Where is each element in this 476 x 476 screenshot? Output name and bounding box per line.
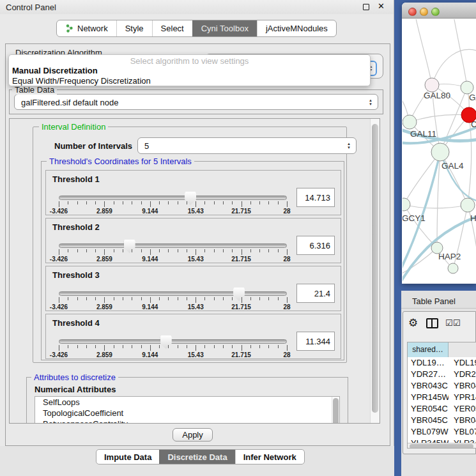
threshold-label: Threshold 1 [52, 174, 100, 184]
network-canvas[interactable]: GAL80GACGAL11GAL4GCY1HHAP2 [403, 19, 476, 284]
cell-shared-name[interactable]: YDR27… [408, 369, 449, 380]
tick-label: -3.426 [50, 208, 68, 215]
network-window-titlebar[interactable] [402, 3, 476, 19]
node-label: GAL11 [410, 129, 436, 139]
table-row[interactable]: YBL079WYBL079W [408, 426, 476, 438]
minimize-traffic-light-icon[interactable] [420, 8, 428, 16]
cell-name[interactable]: YDR27… [449, 369, 476, 380]
network-edge[interactable] [415, 19, 432, 85]
table-row[interactable]: YDL19…YDL19… [408, 357, 476, 369]
network-edge[interactable] [404, 204, 437, 248]
table-toolbar: ⚙ ☑ ☑ [403, 312, 475, 337]
attributes-list-scrollbar-thumb[interactable] [333, 398, 339, 424]
network-node[interactable] [431, 143, 449, 161]
table-row[interactable]: YDR27…YDR27… [408, 369, 476, 380]
checkbox-icon[interactable]: ☑ [453, 318, 461, 328]
threshold-2-box: Threshold 2 -3.4262.8599.14415.4321.7152… [45, 218, 341, 263]
interval-definition-group-label: Interval Definition [39, 122, 108, 132]
network-node[interactable] [425, 78, 439, 92]
zoom-traffic-light-icon[interactable] [431, 8, 440, 16]
attribute-list-item[interactable]: SelfLoops [35, 397, 339, 408]
column-header-name[interactable]: name [449, 342, 476, 357]
column-header-shared-name[interactable]: shared… [408, 342, 449, 357]
cyni-mode-tab-bar: Impute Data Discretize Data Infer Networ… [96, 449, 305, 464]
threshold-slider-track[interactable] [59, 196, 287, 200]
slider-ticks [59, 345, 287, 351]
network-edge[interactable] [404, 204, 468, 208]
cell-name[interactable]: YER054C [449, 403, 476, 415]
table-row[interactable]: YER054CYER054C [408, 403, 476, 415]
network-edge[interactable] [432, 49, 476, 85]
cell-shared-name[interactable]: YBR045C [408, 415, 449, 426]
cell-name[interactable]: YBR045C [449, 415, 476, 426]
tab-network[interactable]: Network [57, 20, 116, 36]
tick-label: 15.43 [188, 351, 204, 358]
cell-shared-name[interactable]: YDL19… [408, 357, 449, 369]
split-columns-icon[interactable] [426, 318, 438, 328]
tab-discretize-data[interactable]: Discretize Data [159, 450, 234, 464]
cell-shared-name[interactable]: YPR145W [408, 392, 449, 403]
threshold-label: Threshold 3 [52, 270, 100, 280]
number-of-intervals-label: Number of Intervals [54, 141, 132, 151]
attributes-list-scrollbar[interactable] [332, 397, 339, 424]
tick-label: 15.43 [188, 208, 204, 215]
dropdown-option-equal-width-frequency[interactable]: Equal Width/Frequency Discretization [9, 76, 370, 86]
gear-icon[interactable]: ⚙ [408, 316, 418, 330]
tab-impute-data[interactable]: Impute Data [96, 450, 159, 464]
cell-name[interactable]: YBR043C [449, 380, 476, 392]
tab-style[interactable]: Style [116, 20, 152, 36]
cell-shared-name[interactable]: YBR043C [408, 380, 449, 392]
table-horizontal-scrollbar[interactable] [408, 443, 476, 449]
table-hscrollbar-thumb[interactable] [410, 444, 473, 449]
algorithm-dropdown-popup: Select algorithm to view settings Manual… [8, 54, 371, 86]
network-node[interactable] [461, 81, 473, 94]
cell-shared-name[interactable]: YER054C [408, 403, 449, 415]
table-data-combobox[interactable]: galFiltered.sif default node ▲▼ [14, 94, 378, 110]
tab-network-label: Network [77, 24, 108, 33]
float-window-icon[interactable] [363, 4, 369, 10]
table-row[interactable]: YBR043CYBR043C [408, 380, 476, 392]
tick-label: 28 [283, 303, 290, 311]
tab-jactivemnodules[interactable]: jActiveMNodules [257, 20, 336, 36]
checkbox-icon[interactable]: ☑ [445, 318, 453, 328]
threshold-slider-track[interactable] [59, 339, 287, 344]
dropdown-option-manual-discretization[interactable]: Manual Discretization [9, 66, 370, 76]
table-data-combobox-value: galFiltered.sif default node [21, 97, 118, 107]
tab-style-label: Style [125, 24, 144, 33]
cell-name[interactable]: YPR145W [449, 392, 476, 403]
network-edge[interactable] [410, 114, 469, 122]
threshold-2-value-field[interactable] [296, 236, 335, 255]
threshold-slider-track[interactable] [59, 291, 287, 296]
settings-vertical-scrollbar[interactable] [370, 119, 380, 423]
number-of-intervals-combobox[interactable]: 5 ▲▼ [137, 137, 357, 154]
tick-label: 21.715 [231, 208, 251, 215]
network-node[interactable] [461, 198, 475, 212]
threshold-3-value-field[interactable] [296, 284, 335, 303]
tab-infer-network[interactable]: Infer Network [235, 450, 304, 464]
close-icon[interactable]: ✕ [378, 1, 385, 11]
attributes-to-discretize-group-label: Attributes to discretize [31, 372, 118, 382]
apply-button[interactable]: Apply [173, 428, 213, 441]
node-label: GAL4 [441, 161, 464, 171]
cell-name[interactable]: YBL079W [449, 426, 476, 438]
tick-label: 21.715 [231, 303, 251, 311]
attribute-list-item[interactable]: BetweennessCentrality [35, 418, 339, 424]
table-row[interactable]: YBR045CYBR045C [408, 415, 476, 426]
threshold-slider-track[interactable] [59, 243, 287, 248]
attribute-list-item[interactable]: TopologicalCoefficient [35, 408, 339, 418]
cell-shared-name[interactable]: YBL079W [408, 426, 449, 438]
tick-label: 21.715 [231, 351, 251, 358]
network-edge[interactable] [454, 19, 467, 88]
network-node[interactable] [403, 115, 417, 129]
threshold-1-value-field[interactable] [296, 188, 335, 207]
cell-name[interactable]: YDL19… [449, 357, 476, 369]
network-node[interactable] [448, 263, 458, 273]
dropdown-placeholder-option[interactable]: Select algorithm to view settings [9, 55, 370, 66]
tab-select[interactable]: Select [152, 20, 192, 36]
tab-cyni-toolbox[interactable]: Cyni Toolbox [192, 20, 257, 36]
close-traffic-light-icon[interactable] [408, 8, 417, 16]
network-node[interactable] [403, 198, 410, 211]
table-row[interactable]: YPR145WYPR145W [408, 392, 476, 403]
threshold-4-value-field[interactable] [296, 332, 335, 351]
settings-scrollbar-thumb[interactable] [372, 124, 378, 413]
